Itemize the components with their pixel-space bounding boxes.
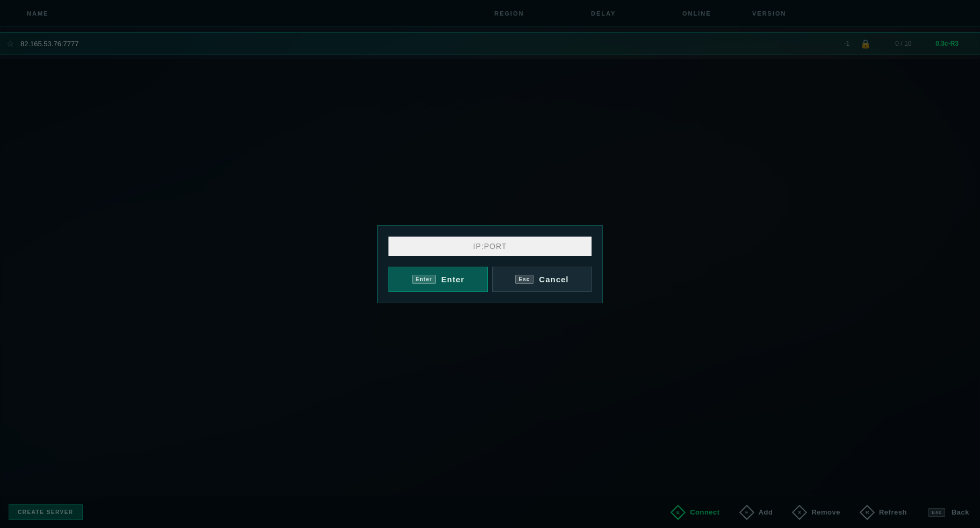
dialog-cancel-button[interactable]: Esc Cancel <box>492 267 592 292</box>
ip-port-dialog: Enter Enter Esc Cancel <box>377 225 603 303</box>
dialog-buttons: Enter Enter Esc Cancel <box>388 267 592 292</box>
dialog-cancel-label: Cancel <box>539 275 568 284</box>
enter-key-badge: Enter <box>412 275 436 284</box>
ip-port-input[interactable] <box>388 237 592 256</box>
modal-overlay: Enter Enter Esc Cancel <box>0 0 980 528</box>
dialog-enter-label: Enter <box>441 275 464 284</box>
esc-key-badge: Esc <box>515 275 534 284</box>
dialog-enter-button[interactable]: Enter Enter <box>388 267 488 292</box>
